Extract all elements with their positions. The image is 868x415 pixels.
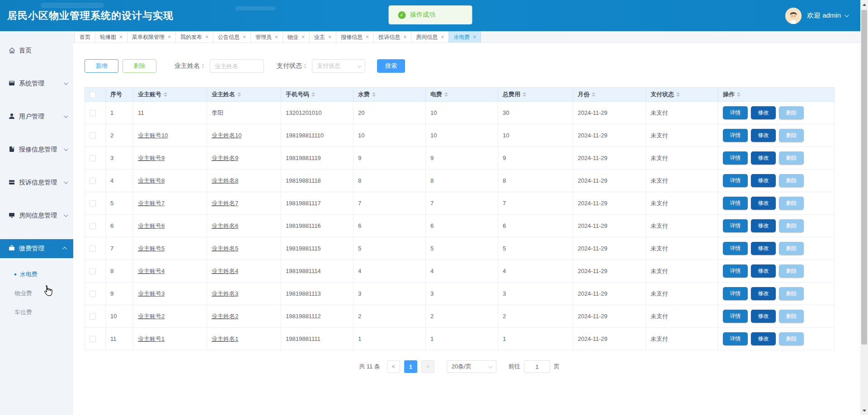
edit-button[interactable]: 修改: [751, 174, 776, 187]
page-size-select[interactable]: 20条/页: [447, 360, 496, 373]
search-button[interactable]: 搜索: [377, 59, 405, 73]
sidebar-item-报修信息管理[interactable]: 报修信息管理: [0, 140, 73, 159]
detail-button[interactable]: 详情: [723, 174, 748, 187]
row-delete-button[interactable]: 删除: [779, 106, 804, 119]
row-checkbox[interactable]: [90, 178, 96, 184]
tab-我的发布[interactable]: 我的发布×: [175, 31, 213, 42]
row-delete-button[interactable]: 删除: [779, 264, 804, 278]
tab-水电费[interactable]: 水电费×: [448, 31, 481, 42]
column-header-支付状态[interactable]: 支付状态: [646, 88, 718, 102]
column-header-月份[interactable]: 月份: [573, 88, 646, 102]
vertical-scrollbar[interactable]: [860, 0, 868, 415]
row-checkbox[interactable]: [90, 223, 96, 229]
tab-投诉信息[interactable]: 投诉信息×: [373, 31, 411, 42]
sort-icon[interactable]: [737, 92, 741, 97]
avatar[interactable]: [785, 8, 802, 24]
row-delete-button[interactable]: 删除: [779, 332, 804, 345]
detail-button[interactable]: 详情: [723, 287, 748, 300]
row-delete-button[interactable]: 删除: [779, 197, 804, 210]
close-icon[interactable]: ×: [275, 34, 278, 40]
sidebar-item-投诉信息管理[interactable]: 投诉信息管理: [0, 173, 73, 192]
sidebar-subitem-物业费[interactable]: 物业费: [0, 284, 73, 303]
tab-业主[interactable]: 业主×: [309, 31, 336, 42]
close-icon[interactable]: ×: [403, 34, 406, 40]
sidebar-item-用户管理[interactable]: 用户管理: [0, 107, 73, 126]
owner-name-input[interactable]: [210, 59, 264, 73]
detail-button[interactable]: 详情: [723, 106, 748, 119]
row-delete-button[interactable]: 删除: [779, 310, 804, 323]
edit-button[interactable]: 修改: [751, 151, 776, 165]
tab-菜单权限管理[interactable]: 菜单权限管理×: [127, 31, 176, 42]
row-delete-button[interactable]: 删除: [779, 219, 804, 232]
select-all-checkbox[interactable]: [90, 92, 96, 98]
column-header-手机号码[interactable]: 手机号码: [281, 88, 354, 102]
tab-报修信息[interactable]: 报修信息×: [336, 31, 374, 42]
row-delete-button[interactable]: 删除: [779, 151, 804, 165]
pay-status-select[interactable]: 支付状态: [312, 59, 365, 73]
sidebar-item-首页[interactable]: 首页: [0, 41, 73, 60]
detail-button[interactable]: 详情: [723, 332, 748, 345]
close-icon[interactable]: ×: [302, 34, 305, 40]
column-header-业主账号[interactable]: 业主账号: [133, 88, 207, 102]
detail-button[interactable]: 详情: [723, 151, 748, 165]
column-header-业主姓名[interactable]: 业主姓名: [207, 88, 281, 102]
user-menu[interactable]: 欢迎 admin: [785, 0, 848, 31]
edit-button[interactable]: 修改: [751, 242, 776, 255]
close-icon[interactable]: ×: [119, 34, 123, 40]
row-checkbox[interactable]: [90, 313, 96, 320]
sort-icon[interactable]: [372, 92, 376, 97]
next-page-button[interactable]: >: [421, 360, 434, 373]
add-button[interactable]: 新增: [85, 59, 118, 73]
row-checkbox[interactable]: [90, 245, 96, 252]
sort-icon[interactable]: [676, 92, 680, 97]
sidebar-subitem-车位费[interactable]: 车位费: [0, 303, 73, 322]
row-delete-button[interactable]: 删除: [779, 287, 804, 300]
detail-button[interactable]: 详情: [723, 310, 748, 323]
close-icon[interactable]: ×: [328, 34, 331, 40]
scrollbar-thumb[interactable]: [861, 10, 867, 344]
close-icon[interactable]: ×: [168, 34, 171, 40]
sidebar-item-房间信息管理[interactable]: 房间信息管理: [0, 206, 73, 225]
tab-房间信息[interactable]: 房间信息×: [411, 31, 449, 42]
row-checkbox[interactable]: [90, 336, 96, 342]
edit-button[interactable]: 修改: [751, 332, 776, 345]
sort-icon[interactable]: [444, 92, 448, 97]
edit-button[interactable]: 修改: [751, 219, 776, 232]
row-delete-button[interactable]: 删除: [779, 174, 804, 187]
sort-icon[interactable]: [523, 92, 526, 97]
edit-button[interactable]: 修改: [751, 310, 776, 323]
scroll-down-icon[interactable]: [860, 407, 868, 414]
sidebar-item-系统管理[interactable]: 系统管理: [0, 74, 73, 93]
row-delete-button[interactable]: 删除: [779, 129, 804, 142]
tab-首页[interactable]: 首页: [75, 31, 95, 42]
delete-button[interactable]: 删除: [123, 59, 156, 73]
close-icon[interactable]: ×: [243, 34, 246, 40]
column-header-操作[interactable]: 操作: [718, 88, 835, 102]
row-checkbox[interactable]: [90, 291, 96, 297]
detail-button[interactable]: 详情: [723, 242, 748, 255]
sidebar-item-缴费管理[interactable]: 缴费管理: [0, 239, 73, 258]
edit-button[interactable]: 修改: [751, 106, 776, 119]
detail-button[interactable]: 详情: [723, 129, 748, 142]
edit-button[interactable]: 修改: [751, 264, 776, 278]
goto-page-input[interactable]: [524, 360, 550, 373]
close-icon[interactable]: ×: [205, 34, 208, 40]
tab-轮播图[interactable]: 轮播图×: [95, 31, 127, 42]
close-icon[interactable]: ×: [441, 34, 444, 40]
column-header-电费[interactable]: 电费: [426, 88, 498, 102]
scroll-up-icon[interactable]: [860, 1, 868, 8]
row-checkbox[interactable]: [90, 200, 96, 207]
tab-物业[interactable]: 物业×: [283, 31, 310, 42]
edit-button[interactable]: 修改: [751, 129, 776, 142]
tab-公告信息[interactable]: 公告信息×: [213, 31, 251, 42]
close-icon[interactable]: ×: [366, 34, 369, 40]
tab-管理员[interactable]: 管理员×: [250, 31, 283, 42]
column-header-总费用[interactable]: 总费用: [498, 88, 573, 102]
prev-page-button[interactable]: <: [387, 360, 400, 373]
column-header-水费[interactable]: 水费: [354, 88, 426, 102]
sidebar-subitem-水电费[interactable]: 水电费: [0, 265, 73, 284]
sort-icon[interactable]: [311, 92, 315, 97]
edit-button[interactable]: 修改: [751, 287, 776, 300]
sort-icon[interactable]: [592, 92, 595, 97]
row-delete-button[interactable]: 删除: [779, 242, 804, 255]
